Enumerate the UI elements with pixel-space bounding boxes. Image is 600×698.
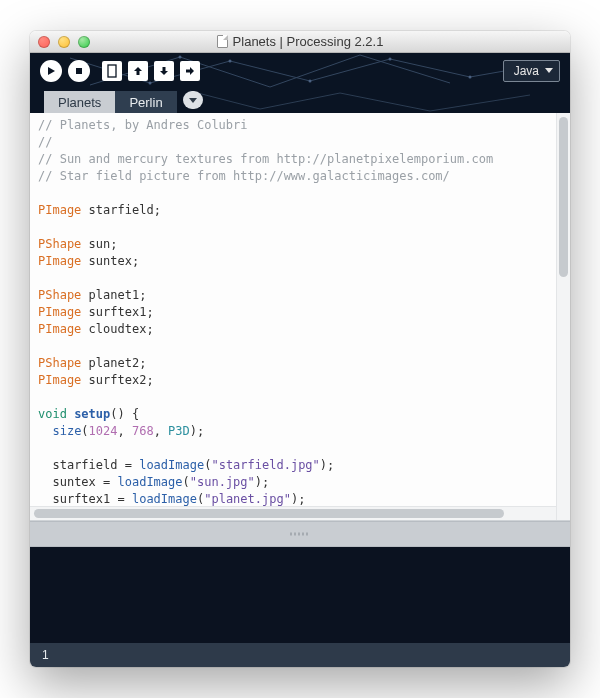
- svg-line-20: [260, 93, 340, 109]
- file-control-group: [102, 61, 200, 81]
- tab-perlin[interactable]: Perlin: [115, 91, 176, 113]
- code-ident: starfield: [89, 203, 154, 217]
- svg-line-22: [430, 95, 530, 111]
- code-ident: surftex1: [89, 305, 147, 319]
- code-call: loadImage: [139, 458, 204, 472]
- svg-line-21: [340, 93, 430, 111]
- code-fn-def: setup: [74, 407, 110, 421]
- titlebar: Planets | Processing 2.2.1: [30, 31, 570, 53]
- status-bar: 1: [30, 643, 570, 667]
- editor-pane: // Planets, by Andres Colubri // // Sun …: [30, 113, 570, 521]
- code-number: 1024: [89, 424, 118, 438]
- svg-point-11: [229, 60, 232, 63]
- file-icon: [106, 64, 118, 78]
- code-type: PImage: [38, 254, 81, 268]
- tab-planets[interactable]: Planets: [44, 91, 115, 113]
- code-ident: suntex: [52, 475, 95, 489]
- code-call: loadImage: [118, 475, 183, 489]
- window-title-group: Planets | Processing 2.2.1: [30, 34, 570, 49]
- svg-line-4: [390, 59, 470, 77]
- code-string: "starfield.jpg": [211, 458, 319, 472]
- window-title: Planets | Processing 2.2.1: [233, 34, 384, 49]
- code-type: PImage: [38, 305, 81, 319]
- tabs-menu-button[interactable]: [183, 91, 203, 109]
- code-type: PImage: [38, 203, 81, 217]
- line-number-indicator: 1: [42, 648, 49, 662]
- code-const: P3D: [168, 424, 190, 438]
- code-string: "planet.jpg": [204, 492, 291, 506]
- pane-resize-handle[interactable]: [30, 521, 570, 547]
- svg-point-13: [389, 58, 392, 61]
- code-type: PShape: [38, 356, 81, 370]
- tabbar: Planets Perlin: [30, 89, 570, 113]
- open-button[interactable]: [128, 61, 148, 81]
- code-call: size: [52, 424, 81, 438]
- arrow-up-icon: [132, 65, 144, 77]
- code-type: PShape: [38, 237, 81, 251]
- svg-line-2: [230, 61, 310, 81]
- horizontal-scrollbar[interactable]: [30, 506, 556, 520]
- tab-label: Perlin: [129, 95, 162, 110]
- svg-rect-17: [76, 68, 82, 74]
- svg-line-8: [270, 55, 360, 87]
- code-type: PImage: [38, 373, 81, 387]
- mode-dropdown-label: Java: [514, 64, 539, 78]
- app-window: Planets | Processing 2.2.1: [30, 31, 570, 667]
- traffic-lights: [30, 36, 90, 48]
- run-control-group: [40, 60, 90, 82]
- save-button[interactable]: [154, 61, 174, 81]
- code-ident: surftex2: [89, 373, 147, 387]
- svg-rect-18: [108, 65, 116, 77]
- code-comment: // Sun and mercury textures from http://…: [38, 152, 493, 166]
- play-icon: [46, 66, 56, 76]
- code-ident: surftex1: [52, 492, 110, 506]
- minimize-button[interactable]: [58, 36, 70, 48]
- mode-dropdown[interactable]: Java: [503, 60, 560, 82]
- svg-point-15: [179, 56, 182, 59]
- svg-point-10: [149, 82, 152, 85]
- code-ident: suntex: [89, 254, 132, 268]
- run-button[interactable]: [40, 60, 62, 82]
- code-ident: planet2: [89, 356, 140, 370]
- document-icon: [217, 35, 228, 48]
- code-type: PImage: [38, 322, 81, 336]
- scrollbar-thumb[interactable]: [34, 509, 504, 518]
- vertical-scrollbar[interactable]: [556, 113, 570, 520]
- scrollbar-thumb[interactable]: [559, 117, 568, 277]
- code-number: 768: [132, 424, 154, 438]
- arrow-right-icon: [184, 65, 196, 77]
- code-call: loadImage: [132, 492, 197, 506]
- svg-point-12: [309, 80, 312, 83]
- svg-line-9: [360, 55, 450, 83]
- code-comment: // Planets, by Andres Colubri: [38, 118, 248, 132]
- caret-down-icon: [189, 98, 197, 103]
- console-pane[interactable]: [30, 547, 570, 643]
- svg-line-3: [310, 59, 390, 81]
- tab-label: Planets: [58, 95, 101, 110]
- code-ident: cloudtex: [89, 322, 147, 336]
- code-comment: // Star field picture from http://www.ga…: [38, 169, 450, 183]
- stop-icon: [74, 66, 84, 76]
- code-ident: planet1: [89, 288, 140, 302]
- svg-point-14: [469, 76, 472, 79]
- code-editor[interactable]: // Planets, by Andres Colubri // // Sun …: [30, 113, 556, 520]
- toolbar: Java: [30, 53, 570, 89]
- zoom-button[interactable]: [78, 36, 90, 48]
- code-comment: //: [38, 135, 52, 149]
- svg-marker-16: [48, 67, 55, 75]
- caret-down-icon: [545, 68, 553, 73]
- close-button[interactable]: [38, 36, 50, 48]
- code-keyword: void: [38, 407, 67, 421]
- export-button[interactable]: [180, 61, 200, 81]
- code-ident: sun: [89, 237, 111, 251]
- code-type: PShape: [38, 288, 81, 302]
- code-ident: starfield: [52, 458, 117, 472]
- arrow-down-icon: [158, 65, 170, 77]
- new-button[interactable]: [102, 61, 122, 81]
- stop-button[interactable]: [68, 60, 90, 82]
- code-string: "sun.jpg": [190, 475, 255, 489]
